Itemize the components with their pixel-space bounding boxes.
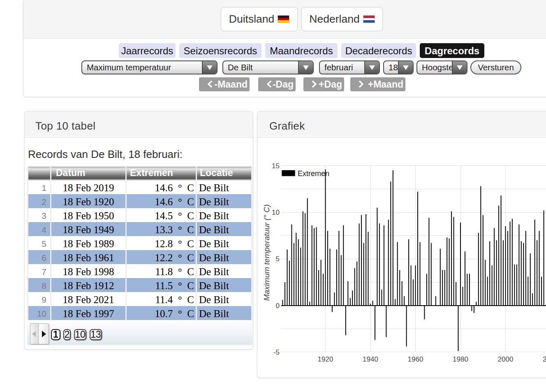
svg-text:15: 15: [272, 162, 280, 170]
svg-text:2000: 2000: [498, 355, 514, 363]
svg-text:1920: 1920: [318, 355, 333, 363]
svg-text:Maximum temperatuur (° C): Maximum temperatuur (° C): [262, 204, 271, 301]
svg-text:1980: 1980: [453, 355, 468, 363]
svg-text:1940: 1940: [363, 355, 378, 363]
svg-text:Extremen: Extremen: [298, 169, 329, 178]
svg-text:10: 10: [272, 209, 280, 216]
svg-text:0: 0: [276, 302, 280, 310]
svg-text:-5: -5: [273, 348, 280, 356]
svg-text:1960: 1960: [408, 355, 423, 363]
svg-text:5: 5: [276, 255, 280, 263]
svg-text:2: 2: [543, 355, 546, 363]
